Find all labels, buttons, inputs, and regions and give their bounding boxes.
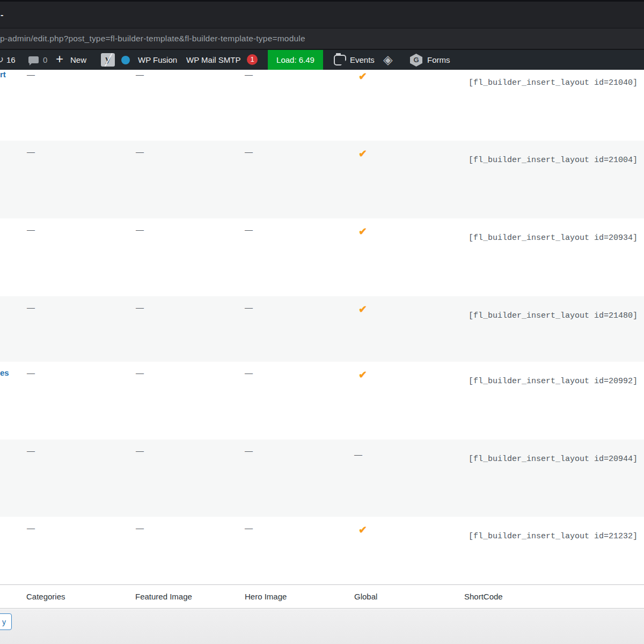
comments-icon[interactable] (28, 56, 39, 63)
hero-image-cell: — (245, 447, 253, 455)
categories-cell: — (27, 225, 35, 234)
browser-address-bar[interactable]: p-admin/edit.php?post_type=fl-builder-te… (0, 28, 644, 50)
categories-cell: — (27, 303, 35, 312)
wp-admin-bar: ↻ 16 0 + New y WP Fusion WP Mail SMTP 1 … (0, 50, 644, 70)
featured-image-cell: — (136, 70, 144, 79)
global-dash: — (354, 450, 362, 459)
shortcode-cell: [fl_builder_insert_layout id=21040] (469, 79, 638, 87)
table-row: — — — ✔ [fl_builder_insert_layout id=209… (0, 218, 644, 296)
plus-icon[interactable]: + (56, 49, 63, 69)
hero-image-cell: — (245, 225, 253, 234)
categories-cell: — (27, 524, 35, 532)
browser-title-bar: - (0, 0, 644, 28)
updates-icon[interactable]: ↻ (0, 50, 4, 70)
table-row: — — — ✔ [fl_builder_insert_layout id=212… (0, 517, 644, 584)
footer-col-hero-image: Hero Image (245, 585, 287, 608)
table-row: — — — ✔ [fl_builder_insert_layout id=210… (0, 141, 644, 218)
global-check-icon: ✔ (358, 304, 367, 315)
table-row: rt — — — ✔ [fl_builder_insert_layout id=… (0, 70, 644, 141)
shortcode-cell: [fl_builder_insert_layout id=20944] (469, 455, 638, 464)
footer-col-categories: Categories (26, 585, 65, 608)
global-check-icon: ✔ (358, 226, 367, 237)
wp-fusion-status-icon[interactable] (121, 56, 130, 64)
global-check-icon: ✔ (358, 149, 367, 159)
wp-mail-smtp-badge: 1 (247, 54, 258, 65)
table-row: es — — — ✔ [fl_builder_insert_layout id=… (0, 362, 644, 440)
url-text[interactable]: p-admin/edit.php?post_type=fl-builder-te… (0, 28, 305, 49)
featured-image-cell: — (136, 303, 144, 312)
featured-image-cell: — (136, 369, 144, 377)
server-load-badge[interactable]: Load: 6.49 (268, 50, 323, 70)
featured-image-cell: — (136, 524, 144, 532)
hero-image-cell: — (245, 148, 253, 156)
updates-count[interactable]: 16 (6, 50, 16, 70)
global-check-icon: ✔ (358, 525, 367, 536)
footer-col-shortcode: ShortCode (464, 585, 503, 608)
shortcode-cell: [fl_builder_insert_layout id=21232] (469, 532, 638, 541)
gravity-forms-icon[interactable]: G (410, 54, 422, 67)
footer-col-featured-image: Featured Image (135, 585, 192, 608)
admin-bar-wp-mail-smtp[interactable]: WP Mail SMTP (186, 50, 240, 70)
shortcode-cell: [fl_builder_insert_layout id=21004] (469, 156, 638, 165)
templates-table: rt — — — ✔ [fl_builder_insert_layout id=… (0, 70, 644, 584)
categories-cell: — (27, 447, 35, 455)
hero-image-cell: — (245, 303, 253, 312)
table-row: — — — ✔ [fl_builder_insert_layout id=214… (0, 296, 644, 362)
global-check-icon: ✔ (358, 370, 367, 380)
hero-image-cell: — (245, 369, 253, 377)
yoast-seo-icon[interactable]: y (101, 53, 115, 67)
tab-title-fragment: - (1, 10, 3, 20)
admin-bar-new[interactable]: New (70, 50, 86, 70)
hero-image-cell: — (245, 524, 253, 532)
categories-cell: — (27, 369, 35, 377)
events-calendar-icon[interactable] (334, 55, 346, 65)
admin-bar-wp-fusion[interactable]: WP Fusion (138, 50, 177, 70)
featured-image-cell: — (136, 148, 144, 156)
footer-col-global: Global (354, 585, 377, 608)
table-footer-header-row: Categories Featured Image Hero Image Glo… (0, 584, 644, 609)
apply-button[interactable]: y (0, 613, 12, 630)
template-title-link[interactable]: rt (0, 70, 6, 79)
comments-count[interactable]: 0 (43, 50, 47, 70)
admin-bar-forms[interactable]: Forms (427, 50, 450, 70)
bottom-tablenav: y (0, 609, 644, 644)
categories-cell: — (27, 70, 35, 79)
shortcode-cell: [fl_builder_insert_layout id=20992] (469, 377, 638, 386)
admin-bar-events[interactable]: Events (350, 50, 375, 70)
categories-cell: — (27, 148, 35, 156)
table-row: — — — — [fl_builder_insert_layout id=209… (0, 440, 644, 517)
global-check-icon: ✔ (358, 71, 367, 82)
featured-image-cell: — (136, 447, 144, 455)
template-title-link[interactable]: es (0, 369, 9, 377)
diamond-plugin-icon[interactable]: ◈ (383, 50, 393, 70)
shortcode-cell: [fl_builder_insert_layout id=21480] (469, 312, 638, 320)
shortcode-cell: [fl_builder_insert_layout id=20934] (469, 234, 638, 243)
featured-image-cell: — (136, 225, 144, 234)
hero-image-cell: — (245, 70, 253, 79)
